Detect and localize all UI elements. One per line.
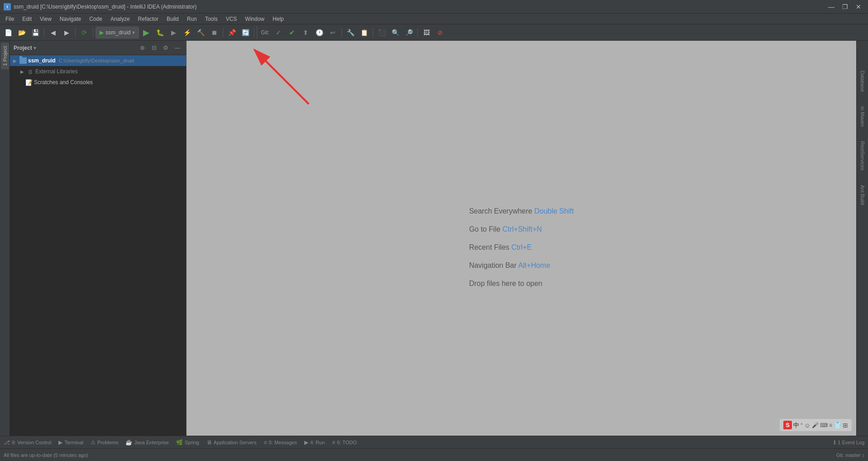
save-button[interactable]: 💾 xyxy=(29,26,42,39)
spring-icon: 🌿 xyxy=(176,439,183,446)
run-button[interactable]: ▶ xyxy=(140,26,153,39)
menu-item-navigate[interactable]: Navigate xyxy=(56,15,85,23)
menu-item-run[interactable]: Run xyxy=(183,15,201,23)
maven-tab[interactable]: m Maven xyxy=(859,104,866,129)
version-control-btn[interactable]: ⎇ 9: Version Control xyxy=(4,439,51,446)
window-controls: — ❐ ✕ xyxy=(825,2,864,11)
debug-button[interactable]: 🐛 xyxy=(153,26,166,39)
back-button[interactable]: ◀ xyxy=(47,26,59,39)
profile-button[interactable]: ⚡ xyxy=(181,26,193,39)
menu-item-window[interactable]: Window xyxy=(241,15,268,23)
project-root-path: C:\Users\gblfy\Desktop\ssm_druid xyxy=(59,58,134,63)
ext-libs-arrow: ▶ xyxy=(19,69,25,74)
project-panel: Project ▾ ⊕ ⊟ ⚙ — ▶ ssm_druid C:\Users\g… xyxy=(10,41,187,436)
menu-item-file[interactable]: File xyxy=(2,15,18,23)
project-header: Project ▾ ⊕ ⊟ ⚙ — xyxy=(10,41,186,55)
run-config-selector[interactable]: ▶ ssm_druid ▾ xyxy=(96,27,139,38)
tree-root-item[interactable]: ▶ ssm_druid C:\Users\gblfy\Desktop\ssm_d… xyxy=(10,55,186,66)
window-title: ssm_druid [C:\Users\gblfy\Desktop\ssm_dr… xyxy=(14,4,825,10)
build-button[interactable]: 🔨 xyxy=(194,26,207,39)
project-root-name: ssm_druid xyxy=(28,57,56,64)
todo-btn[interactable]: ≡ 6: TODO xyxy=(332,439,357,446)
git-fetch-button[interactable]: ✓ xyxy=(272,26,285,39)
external-libs-item[interactable]: ▶ ||| External Libraries xyxy=(10,66,186,77)
sync-button[interactable]: ⟳ xyxy=(78,26,91,39)
menu-item-vcs[interactable]: VCS xyxy=(222,15,241,23)
rest-services-tab[interactable]: RestServices xyxy=(859,138,866,173)
project-tab[interactable]: 1 Project xyxy=(1,43,9,69)
project-minimize-btn[interactable]: — xyxy=(173,43,182,53)
toolbar-sep-5 xyxy=(254,28,254,37)
hint-goto-file: Go to File Ctrl+Shift+N xyxy=(469,225,574,233)
terminal-btn[interactable]: ▶ Terminal xyxy=(58,439,83,446)
svg-line-1 xyxy=(254,50,309,104)
menu-item-refactor[interactable]: Refactor xyxy=(134,15,162,23)
menu-item-build[interactable]: Build xyxy=(163,15,182,23)
toolbar: 📄 📂 💾 ◀ ▶ ⟳ ▶ ssm_druid ▾ ▶ 🐛 ▶ ⚡ 🔨 ⏹ 📌 … xyxy=(0,24,868,41)
run-icon: ▶ xyxy=(304,439,308,446)
app-servers-btn[interactable]: 🖥 Application Servers xyxy=(206,439,257,446)
git-branch-label[interactable]: Git: master ↕ xyxy=(836,452,864,458)
event-log-btn[interactable]: ℹ 1 Event Log xyxy=(834,439,864,446)
image-button[interactable]: 🖼 xyxy=(420,26,433,39)
java-enterprise-btn[interactable]: ☕ Java Enterprise xyxy=(125,439,168,446)
menu-item-analyze[interactable]: Analyze xyxy=(107,15,134,23)
system-tray: S 中 ° ☺ 🎤 ⌨ ≡ 👕 ⊞ xyxy=(780,419,852,431)
file-tree: ▶ ssm_druid C:\Users\gblfy\Desktop\ssm_d… xyxy=(10,55,186,436)
minimize-button[interactable]: — xyxy=(825,2,837,11)
ext-libs-icon: ||| xyxy=(27,68,34,75)
problems-icon: ⚠ xyxy=(91,439,96,446)
database-tab[interactable]: Database xyxy=(859,68,866,95)
app-icon: I xyxy=(4,3,11,10)
keyboard-icon: ⌨ xyxy=(820,422,828,428)
no-button[interactable]: ⊘ xyxy=(434,26,446,39)
problems-btn[interactable]: ⚠ Problems xyxy=(91,439,118,446)
status-bar: ⎇ 9: Version Control ▶ Terminal ⚠ Proble… xyxy=(0,436,868,448)
hints-container: Search Everywhere Double Shift Go to Fil… xyxy=(469,207,574,288)
git-push-button[interactable]: ⬆ xyxy=(299,26,312,39)
menu-item-help[interactable]: Help xyxy=(269,15,288,23)
emoji-icon: ☺ xyxy=(804,422,810,429)
tree-expand-arrow: ▶ xyxy=(12,58,18,63)
settings-button[interactable]: 🔧 xyxy=(344,26,357,39)
terminal-button[interactable]: ⬛ xyxy=(375,26,388,39)
reload-button[interactable]: 🔄 xyxy=(239,26,252,39)
git-label: Git: xyxy=(261,29,269,36)
inspect-button[interactable]: 🔎 xyxy=(403,26,415,39)
git-history-button[interactable]: 🕐 xyxy=(313,26,326,39)
git-rollback-button[interactable]: ↩ xyxy=(326,26,339,39)
messages-icon: ≡ xyxy=(264,439,267,446)
scratches-item[interactable]: 📝 Scratches and Consoles xyxy=(10,77,186,88)
punctuation-icon: ° xyxy=(801,422,803,428)
menu-item-edit[interactable]: Edit xyxy=(19,15,35,23)
menu-item-tools[interactable]: Tools xyxy=(201,15,221,23)
messages-btn[interactable]: ≡ 0: Messages xyxy=(264,439,297,446)
forward-button[interactable]: ▶ xyxy=(60,26,73,39)
vcs-button[interactable]: 📋 xyxy=(358,26,370,39)
event-log-icon: ℹ xyxy=(834,439,836,446)
ant-build-tab[interactable]: Ant Build xyxy=(859,182,866,208)
open-button[interactable]: 📂 xyxy=(15,26,28,39)
grid-icon: ⊞ xyxy=(843,422,848,429)
bookmark-button[interactable]: 📌 xyxy=(225,26,238,39)
run-btn[interactable]: ▶ 4: Run xyxy=(304,439,325,446)
right-sidebar-tabs: Database m Maven RestServices Ant Build xyxy=(856,41,868,436)
new-file-button[interactable]: 📄 xyxy=(2,26,14,39)
collapse-all-btn[interactable]: ⊟ xyxy=(149,43,159,53)
project-settings-btn[interactable]: ⚙ xyxy=(161,43,171,53)
git-update-button[interactable]: ✔ xyxy=(286,26,298,39)
menu-item-code[interactable]: Code xyxy=(86,15,106,23)
sogou-icon: S xyxy=(783,421,792,429)
skin-icon: 👕 xyxy=(834,422,841,429)
stop-button[interactable]: ⏹ xyxy=(208,26,221,39)
locate-file-btn[interactable]: ⊕ xyxy=(137,43,147,53)
menu-item-view[interactable]: View xyxy=(36,15,55,23)
git-group: Git: ✓ ✔ ⬆ 🕐 ↩ xyxy=(257,26,339,39)
coverage-button[interactable]: ▶ xyxy=(167,26,180,39)
search-button[interactable]: 🔍 xyxy=(389,26,402,39)
close-button[interactable]: ✕ xyxy=(853,2,864,11)
title-bar: I ssm_druid [C:\Users\gblfy\Desktop\ssm_… xyxy=(0,0,868,14)
scratches-label: Scratches and Consoles xyxy=(34,79,93,86)
spring-btn[interactable]: 🌿 Spring xyxy=(176,439,199,446)
maximize-button[interactable]: ❐ xyxy=(839,2,851,11)
